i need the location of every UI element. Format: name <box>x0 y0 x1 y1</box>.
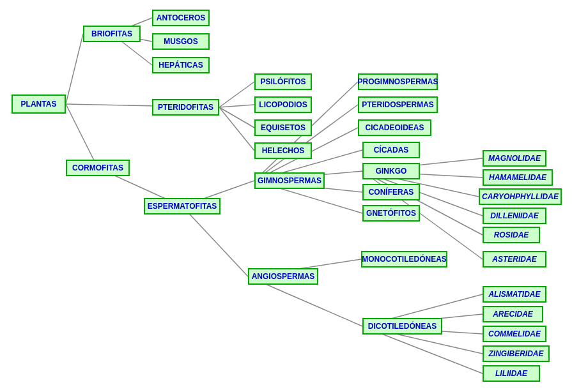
svg-line-12 <box>182 206 248 276</box>
node-hamamelidae: HAMAMELIDAE <box>483 169 553 186</box>
node-magnolidae: MAGNOLIDAE <box>483 150 546 167</box>
node-helechos: HELECHOS <box>254 142 312 159</box>
node-plantas: PLANTAS <box>12 94 66 114</box>
svg-line-0 <box>66 34 83 104</box>
node-monocot: MONOCOTILEDÓNEAS <box>361 251 447 268</box>
node-caryoph: CARYOHPHYLLIDAE <box>479 188 562 205</box>
node-zingiberidae: ZINGIBERIDAE <box>483 345 550 362</box>
node-alismatidae: ALISMATIDAE <box>483 286 546 303</box>
node-progimnospermas: PROGIMNOSPERMAS <box>358 73 438 90</box>
node-pteridofitas: PTERIDOFITAS <box>152 99 219 116</box>
node-arecidae: ARECIDAE <box>483 306 543 322</box>
node-asteridae: ASTERIDAE <box>483 251 546 268</box>
node-gimnospermas: GIMNOSPERMAS <box>254 172 325 189</box>
node-gnetofitos: GNETÓFITOS <box>362 205 420 222</box>
svg-line-9 <box>219 107 254 128</box>
node-cicadas: CÍCADAS <box>362 142 420 158</box>
svg-line-8 <box>219 105 254 107</box>
node-liliidae: LILIIDAE <box>483 365 540 382</box>
node-equisetos: EQUISETOS <box>254 119 312 136</box>
node-cicadeoideas: CICADEOIDEAS <box>358 119 431 136</box>
node-hepaticas: HEPÁTICAS <box>152 57 210 73</box>
svg-line-5 <box>66 104 98 168</box>
node-ginkgo: GINKGO <box>362 163 420 179</box>
node-espermatofitas: ESPERMATOFITAS <box>144 198 220 215</box>
svg-line-10 <box>219 107 254 151</box>
svg-line-24 <box>362 171 483 235</box>
node-coniferas: CONÍFERAS <box>362 184 420 200</box>
node-licopodios: LICOPODIOS <box>254 96 312 113</box>
node-rosidae: ROSIDAE <box>483 227 540 243</box>
node-dilleniidae: DILLENIIDAE <box>483 207 546 224</box>
node-musgos: MUSGOS <box>152 33 210 50</box>
node-psilofitos: PSILÓFITOS <box>254 73 312 90</box>
node-angiospermas: ANGIOSPERMAS <box>248 268 318 285</box>
node-commelidae: COMMELIDAE <box>483 326 546 342</box>
node-briofitas: BRIOFITAS <box>83 26 141 42</box>
node-antoceros: ANTOCEROS <box>152 10 210 26</box>
node-pteridospermas: PTERIDOSPERMAS <box>358 96 438 113</box>
node-cormofitas: CORMOFITAS <box>66 160 130 176</box>
svg-line-7 <box>219 82 254 107</box>
node-dicot: DICOTILEDÓNEAS <box>362 318 442 335</box>
